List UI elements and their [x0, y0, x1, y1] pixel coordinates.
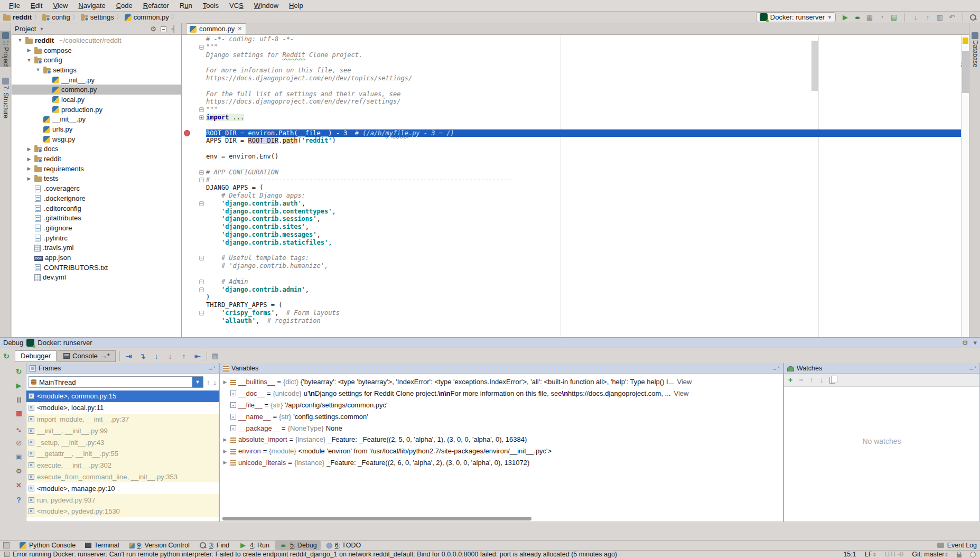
tree-item-app-json[interactable]: JSONapp.json: [12, 253, 181, 263]
tree-item-dockerignore[interactable]: .dockerignore: [12, 193, 181, 203]
toolwindow-4-run[interactable]: 4: Run: [235, 541, 273, 550]
code-gutter[interactable]: [182, 231, 206, 239]
scrollbar-thumb[interactable]: [962, 51, 969, 93]
fold-collapse-icon[interactable]: ‒: [199, 107, 204, 112]
view-link[interactable]: View: [674, 389, 688, 397]
code-gutter[interactable]: [182, 208, 206, 216]
expand-arrow-icon[interactable]: ▶: [222, 437, 228, 442]
hide-panel-icon[interactable]: [170, 25, 178, 33]
code-gutter[interactable]: ‒: [182, 309, 206, 317]
stripe-tab-7-structure[interactable]: 7: Structure: [0, 76, 11, 118]
expand-arrow-icon[interactable]: ▶: [222, 379, 228, 385]
duplicate-watch-icon[interactable]: [829, 377, 835, 384]
read-only-lock-icon[interactable]: [957, 554, 962, 557]
code-gutter[interactable]: [182, 35, 206, 43]
toggle-stripes-icon[interactable]: [3, 542, 10, 548]
code-gutter[interactable]: ‒: [182, 200, 206, 208]
rerun-icon[interactable]: [15, 367, 23, 376]
settings-icon[interactable]: [960, 339, 969, 347]
code-gutter[interactable]: [182, 215, 206, 223]
status-message[interactable]: Error running Docker: runserver: Can't r…: [13, 551, 617, 558]
menu-item-window[interactable]: Window: [249, 1, 283, 10]
expanded-arrow-icon[interactable]: ▼: [17, 38, 23, 43]
code-gutter[interactable]: ‒: [182, 106, 206, 114]
code-gutter[interactable]: [182, 129, 206, 137]
code-gutter[interactable]: [182, 122, 206, 129]
view-link[interactable]: View: [677, 378, 692, 386]
tree-item-reddit[interactable]: ▼reddit~/cookiecutter/reddit: [12, 35, 181, 45]
frame-row[interactable]: <module>, pydevd.py:1530: [26, 506, 219, 517]
code-gutter[interactable]: [182, 153, 206, 161]
code-gutter[interactable]: [182, 293, 206, 301]
close-tab-icon[interactable]: ✕: [237, 25, 242, 32]
thread-selector[interactable]: MainThread ▼: [29, 376, 203, 388]
breadcrumb-reddit[interactable]: reddit: [3, 13, 32, 21]
menu-item-run[interactable]: Run: [175, 1, 197, 10]
tree-item-travis-yml[interactable]: .travis.yml: [12, 243, 181, 253]
code-gutter[interactable]: [182, 262, 206, 270]
variable-row[interactable]: ▶absolute_import = {instance} _Feature: …: [220, 434, 783, 445]
pause-icon[interactable]: [15, 396, 23, 404]
restore-layout-icon[interactable]: [15, 453, 23, 461]
code-gutter[interactable]: ‒: [182, 254, 206, 262]
stop-icon[interactable]: [15, 410, 23, 418]
menu-item-vcs[interactable]: VCS: [225, 1, 248, 10]
variable-row[interactable]: ʁ__doc__ = {unicode} u'\nDjango settings…: [220, 388, 783, 399]
variables-hscrollbar[interactable]: [222, 517, 531, 520]
rerun-icon[interactable]: [2, 352, 11, 360]
menu-item-tools[interactable]: Tools: [198, 1, 223, 10]
menu-item-edit[interactable]: Edit: [26, 1, 47, 10]
mute-breakpoints-icon[interactable]: [15, 439, 23, 447]
show-execution-point-icon[interactable]: ⇥: [124, 352, 134, 360]
tree-item-pylintrc[interactable]: .pylintrc: [12, 233, 181, 243]
code-gutter[interactable]: [182, 137, 206, 145]
variable-row[interactable]: ʁ__name__ = {str} 'config.settings.commo…: [220, 411, 783, 422]
fold-collapse-icon[interactable]: ‒: [199, 178, 204, 182]
chevron-down-icon[interactable]: ▼: [39, 26, 44, 32]
diff-icon[interactable]: [936, 13, 944, 22]
code-gutter[interactable]: [182, 239, 206, 247]
float-panel-icon[interactable]: →*: [208, 365, 216, 371]
toolwindow-python-console[interactable]: Python Console: [16, 541, 79, 550]
tree-item-compose[interactable]: ▶compose: [12, 45, 181, 55]
fold-expand-icon[interactable]: +: [199, 115, 204, 120]
expanded-arrow-icon[interactable]: ▼: [35, 67, 41, 72]
code-gutter[interactable]: ‒: [182, 286, 206, 294]
chevron-down-icon[interactable]: ▼: [192, 377, 203, 387]
inspections-hector-icon[interactable]: [970, 552, 976, 557]
code-gutter[interactable]: [182, 51, 206, 59]
code-gutter[interactable]: [182, 247, 206, 255]
breadcrumb-common-py[interactable]: common.py: [125, 13, 169, 21]
tree-item-init-py[interactable]: __init__.py: [12, 75, 181, 85]
tree-item-gitattributes[interactable]: .gitattributes: [12, 213, 181, 223]
menu-item-refactor[interactable]: Refactor: [138, 1, 174, 10]
fold-collapse-icon[interactable]: ‒: [199, 201, 204, 206]
editor-scrollbar[interactable]: [811, 41, 818, 91]
variable-row[interactable]: ▶__builtins__ = {dict} {'bytearray': <ty…: [220, 376, 783, 388]
tab-debugger[interactable]: Debugger: [15, 350, 57, 362]
toolwindow-9-version-control[interactable]: 9: Version Control: [125, 541, 193, 550]
move-down-icon[interactable]: ↓: [819, 376, 823, 384]
remove-watch-icon[interactable]: −: [799, 376, 803, 384]
code-gutter[interactable]: [182, 161, 206, 169]
code-gutter[interactable]: ‒: [182, 169, 206, 176]
toolwindow-terminal[interactable]: Terminal: [81, 541, 123, 550]
menu-item-help[interactable]: Help: [284, 1, 308, 10]
tree-item-common-py[interactable]: common.py: [12, 85, 181, 95]
code-gutter[interactable]: ‒: [182, 176, 206, 184]
menu-item-code[interactable]: Code: [111, 1, 137, 10]
code-gutter[interactable]: [182, 82, 206, 90]
fold-collapse-icon[interactable]: ‒: [199, 287, 204, 292]
status-icon[interactable]: [4, 552, 10, 557]
caret-position[interactable]: 15:1: [843, 551, 856, 558]
force-step-into-icon[interactable]: ↓: [165, 352, 175, 360]
code-gutter[interactable]: ‒: [182, 43, 206, 51]
tree-item-production-py[interactable]: production.py: [12, 105, 181, 115]
breadcrumb-config[interactable]: config: [42, 13, 70, 21]
menu-item-navigate[interactable]: Navigate: [73, 1, 110, 10]
code-gutter[interactable]: [182, 192, 206, 200]
collapsed-arrow-icon[interactable]: ▶: [26, 156, 32, 162]
code-gutter[interactable]: [182, 223, 206, 231]
tree-item-config[interactable]: ▼config: [12, 55, 181, 65]
file-encoding[interactable]: UTF-8: [885, 551, 903, 558]
